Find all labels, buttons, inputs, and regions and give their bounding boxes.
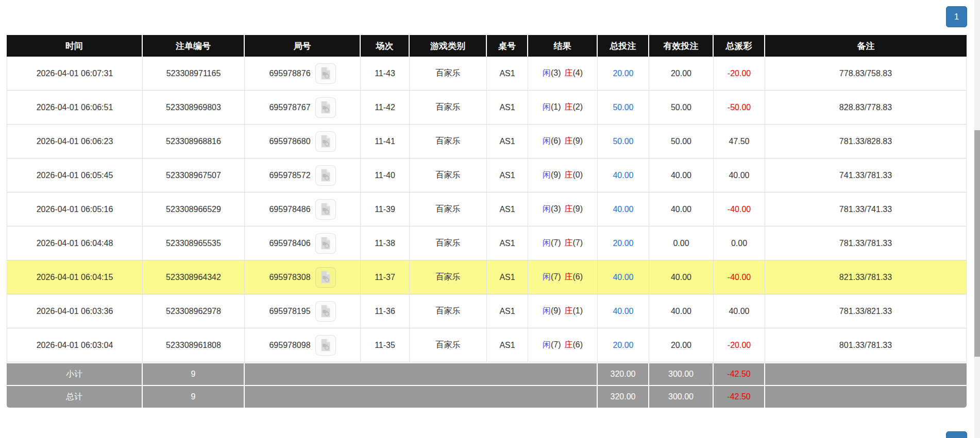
- result-banker-label: 庄: [565, 272, 573, 281]
- cell-round: 695978876: [245, 57, 361, 91]
- cell-bet-id: 523308961808: [143, 328, 245, 362]
- cell-table-no: AS1: [487, 328, 528, 362]
- cell-result: 闲(7)庄(6): [528, 328, 598, 362]
- summary-remark: [765, 385, 967, 408]
- video-file-icon: [318, 236, 332, 250]
- cell-time: 2026-04-01 06:05:45: [7, 159, 143, 192]
- cell-round: 695978572: [245, 159, 361, 192]
- cell-remark: 801.33/781.33: [765, 328, 967, 362]
- cell-round: 695978308: [245, 260, 361, 294]
- table-row[interactable]: 2026-04-01 06:03:04 523308961808 6959780…: [7, 328, 967, 362]
- pagination-page-1-button-top[interactable]: 1: [946, 6, 967, 27]
- cell-total-bet: 50.00: [598, 125, 649, 159]
- col-header-game-type: 游戏类别: [410, 35, 487, 57]
- cell-bet-id: 523308969803: [143, 91, 245, 125]
- result-banker-label: 庄: [565, 306, 573, 315]
- cell-bet-id: 523308968816: [143, 125, 245, 159]
- round-number: 695978406: [269, 239, 310, 248]
- cell-total-bet: 40.00: [598, 192, 649, 226]
- result-player-score: (6): [551, 136, 561, 145]
- video-replay-button[interactable]: [315, 335, 336, 356]
- vertical-scrollbar-thumb[interactable]: [974, 130, 980, 357]
- cell-bet-id: 523308966529: [143, 192, 245, 226]
- result-player-score: (7): [551, 272, 561, 281]
- result-player-label: 闲: [543, 272, 551, 281]
- cell-session: 11-40: [361, 159, 410, 192]
- cell-result: 闲(1)庄(2): [528, 91, 598, 125]
- round-number: 695978876: [269, 69, 310, 78]
- summary-valid-bet: 300.00: [649, 362, 714, 385]
- col-header-session: 场次: [361, 35, 410, 57]
- col-header-time: 时间: [7, 35, 143, 57]
- col-header-bet-id: 注单编号: [143, 35, 245, 57]
- video-replay-button[interactable]: [315, 165, 336, 186]
- cell-bet-id: 523308967507: [143, 159, 245, 192]
- table-row[interactable]: 2026-04-01 06:06:51 523308969803 6959787…: [7, 91, 967, 125]
- cell-game-type: 百家乐: [410, 159, 487, 192]
- table-row[interactable]: 2026-04-01 06:06:23 523308968816 6959786…: [7, 125, 967, 159]
- col-header-total-bet: 总投注: [598, 35, 649, 57]
- col-header-payout: 总派彩: [714, 35, 765, 57]
- cell-bet-id: 523308965535: [143, 226, 245, 260]
- table-row[interactable]: 2026-04-01 06:05:16 523308966529 6959784…: [7, 192, 967, 226]
- video-replay-button[interactable]: [315, 97, 336, 118]
- video-replay-button[interactable]: [315, 199, 336, 220]
- video-replay-button[interactable]: [315, 131, 336, 152]
- video-replay-button[interactable]: [315, 233, 336, 254]
- cell-payout: 40.00: [714, 159, 765, 192]
- result-player-score: (9): [551, 170, 561, 179]
- col-header-round: 局号: [245, 35, 361, 57]
- result-player-label: 闲: [543, 102, 551, 111]
- summary-count: 9: [143, 362, 245, 385]
- round-number: 695978767: [269, 103, 310, 112]
- result-banker-score: (9): [573, 204, 583, 213]
- cell-table-no: AS1: [487, 260, 528, 294]
- cell-valid-bet: 40.00: [649, 159, 714, 192]
- cell-table-no: AS1: [487, 294, 528, 328]
- round-number: 695978098: [269, 341, 310, 350]
- cell-result: 闲(7)庄(6): [528, 260, 598, 294]
- round-number: 695978486: [269, 205, 310, 214]
- video-replay-button[interactable]: [315, 63, 336, 84]
- result-player-label: 闲: [543, 204, 551, 213]
- pagination-page-1-button-bottom[interactable]: 1: [946, 431, 967, 438]
- result-player-score: (1): [551, 102, 561, 111]
- cell-remark: 741.33/781.33: [765, 159, 967, 192]
- table-row[interactable]: 2026-04-01 06:04:15 523308964342 6959783…: [7, 260, 967, 294]
- cell-valid-bet: 20.00: [649, 328, 714, 362]
- bet-records-table: 时间 注单编号 局号 场次 游戏类别 桌号 结果 总投注 有效投注 总派彩 备注…: [7, 35, 967, 408]
- table-row[interactable]: 2026-04-01 06:04:48 523308965535 6959784…: [7, 226, 967, 260]
- table-row[interactable]: 2026-04-01 06:07:31 523308971165 6959788…: [7, 57, 967, 91]
- cell-result: 闲(9)庄(0): [528, 159, 598, 192]
- cell-payout: 40.00: [714, 294, 765, 328]
- cell-round: 695978486: [245, 192, 361, 226]
- cell-round: 695978680: [245, 125, 361, 159]
- summary-label: 总计: [7, 385, 143, 408]
- vertical-scrollbar-track[interactable]: [974, 0, 980, 438]
- round-number: 695978308: [269, 273, 310, 282]
- summary-valid-bet: 300.00: [649, 385, 714, 408]
- cell-time: 2026-04-01 06:04:15: [7, 260, 143, 294]
- cell-valid-bet: 20.00: [649, 57, 714, 91]
- round-number: 695978572: [269, 171, 310, 180]
- col-header-remark: 备注: [765, 35, 967, 57]
- cell-total-bet: 40.00: [598, 159, 649, 192]
- table-row[interactable]: 2026-04-01 06:03:36 523308962978 6959781…: [7, 294, 967, 328]
- summary-spacer: [245, 362, 598, 385]
- cell-remark: 821.33/781.33: [765, 260, 967, 294]
- cell-table-no: AS1: [487, 192, 528, 226]
- video-replay-button[interactable]: [315, 267, 336, 288]
- video-file-icon: [318, 338, 332, 352]
- result-player-label: 闲: [543, 238, 551, 247]
- video-replay-button[interactable]: [315, 301, 336, 322]
- cell-valid-bet: 50.00: [649, 91, 714, 125]
- table-row[interactable]: 2026-04-01 06:05:45 523308967507 6959785…: [7, 159, 967, 192]
- result-player-score: (9): [551, 306, 561, 315]
- cell-time: 2026-04-01 06:03:36: [7, 294, 143, 328]
- cell-game-type: 百家乐: [410, 226, 487, 260]
- cell-total-bet: 40.00: [598, 260, 649, 294]
- cell-result: 闲(6)庄(9): [528, 125, 598, 159]
- cell-session: 11-41: [361, 125, 410, 159]
- result-player-score: (7): [551, 340, 561, 349]
- result-banker-score: (4): [573, 68, 583, 77]
